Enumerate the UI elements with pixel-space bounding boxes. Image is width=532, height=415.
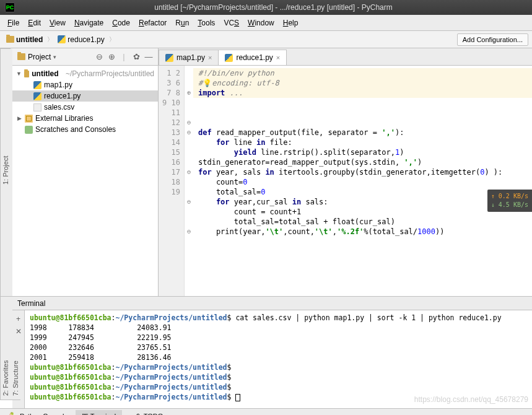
menu-navigate[interactable]: Navigate bbox=[71, 17, 107, 29]
collapse-icon[interactable]: ⊖ bbox=[95, 53, 103, 61]
bottom-tool-tabs: 🐍 Python Console ▣ Terminal ≡ 6: TODO bbox=[0, 408, 532, 415]
tab-terminal[interactable]: ▣ Terminal bbox=[76, 410, 123, 415]
bulb-icon[interactable]: 💡 bbox=[203, 79, 212, 87]
left-tool-rail: 1: Project bbox=[0, 48, 12, 296]
python-file-icon bbox=[33, 81, 41, 89]
menu-code[interactable]: Code bbox=[108, 17, 134, 29]
terminal-content[interactable]: ubuntu@81bf66501cba:~/PycharmProjects/un… bbox=[25, 310, 532, 408]
settings-icon[interactable]: ✿ bbox=[132, 53, 141, 61]
window-titlebar: PC untitled [~/PycharmProjects/untitled]… bbox=[0, 0, 532, 15]
menu-run[interactable]: Run bbox=[172, 17, 193, 29]
tree-file-reduce1[interactable]: reduce1.py bbox=[12, 90, 158, 102]
left-tool-rail-bottom: 2: Favorites 7: Structure bbox=[0, 296, 12, 400]
terminal-panel: Terminal + ✕ ubuntu@81bf66501cba:~/Pycha… bbox=[12, 296, 532, 408]
menu-tools[interactable]: Tools bbox=[194, 17, 219, 29]
folder-icon bbox=[17, 53, 25, 60]
chevron-icon: 〉 bbox=[47, 35, 53, 44]
tab-todo[interactable]: ≡ 6: TODO bbox=[123, 411, 169, 416]
menubar: File Edit View Navigate Code Refactor Ru… bbox=[0, 15, 532, 31]
window-title: untitled [~/PycharmProjects/untitled] - … bbox=[20, 3, 527, 12]
library-icon bbox=[25, 115, 33, 123]
tree-project-root[interactable]: ▼ untitled ~/PycharmProjects/untitled bbox=[12, 68, 158, 79]
terminal-body: + ✕ ubuntu@81bf66501cba:~/PycharmProject… bbox=[12, 310, 532, 408]
navigation-bar: untitled 〉 reduce1.py 〉 Add Configuratio… bbox=[0, 31, 532, 48]
python-file-icon bbox=[225, 54, 233, 62]
pycharm-icon: PC bbox=[5, 2, 15, 12]
menu-window[interactable]: Window bbox=[244, 17, 278, 29]
folder-icon bbox=[24, 71, 29, 77]
breadcrumb: untitled 〉 reduce1.py 〉 bbox=[4, 34, 115, 45]
editor-area: map1.py× reduce1.py× 1 2 3 6 7 8 9 10 11… bbox=[159, 48, 532, 296]
python-file-icon bbox=[58, 35, 66, 43]
project-panel: Project ▾ ⊖ ⊕ | ✿ — ▼ untitled ~/Pycharm… bbox=[12, 48, 159, 296]
menu-file[interactable]: File bbox=[4, 17, 23, 29]
terminal-cursor bbox=[235, 394, 240, 401]
separator: | bbox=[120, 53, 128, 61]
tab-reduce1[interactable]: reduce1.py× bbox=[218, 50, 287, 65]
rail-structure[interactable]: 7: Structure bbox=[11, 296, 20, 400]
main-area: 1: Project Project ▾ ⊖ ⊕ | ✿ — ▼ untitle… bbox=[0, 48, 532, 296]
fold-gutter: ⊕⊖⊖⊖⊖⊖ bbox=[185, 66, 193, 296]
tree-root-label: untitled bbox=[32, 69, 58, 78]
tree-scratches[interactable]: Scratches and Consoles bbox=[12, 124, 158, 135]
folder-icon bbox=[6, 36, 14, 43]
menu-vcs[interactable]: VCS bbox=[220, 17, 243, 29]
project-panel-header: Project ▾ ⊖ ⊕ | ✿ — bbox=[12, 48, 158, 66]
menu-view[interactable]: View bbox=[46, 17, 69, 29]
editor-tabs: map1.py× reduce1.py× bbox=[159, 48, 532, 66]
project-tree: ▼ untitled ~/PycharmProjects/untitled ma… bbox=[12, 66, 158, 138]
terminal-title: Terminal bbox=[17, 299, 45, 308]
code-content[interactable]: #!/bin/env python#💡encoding: utf-8import… bbox=[193, 66, 532, 296]
terminal-header: Terminal bbox=[12, 297, 532, 310]
tab-python-console[interactable]: 🐍 Python Console bbox=[2, 410, 74, 415]
add-configuration-button[interactable]: Add Configuration... bbox=[457, 33, 528, 46]
python-file-icon bbox=[33, 92, 41, 100]
python-file-icon bbox=[165, 54, 173, 62]
arrow-right-icon[interactable]: ▶ bbox=[16, 115, 22, 121]
watermark: https://blog.csdn.net/qq_45678279 bbox=[414, 395, 528, 404]
scratches-icon bbox=[25, 126, 33, 134]
chevron-icon: 〉 bbox=[109, 35, 115, 44]
hide-icon[interactable]: — bbox=[144, 53, 153, 61]
csv-file-icon bbox=[33, 103, 41, 111]
arrow-down-icon[interactable]: ▼ bbox=[16, 71, 22, 77]
locate-icon[interactable]: ⊕ bbox=[107, 53, 116, 61]
tree-root-path: ~/PycharmProjects/untitled bbox=[66, 69, 154, 78]
project-panel-title[interactable]: Project ▾ bbox=[17, 53, 56, 61]
breadcrumb-root[interactable]: untitled bbox=[4, 34, 45, 45]
tree-file-sales[interactable]: sales.csv bbox=[12, 102, 158, 113]
line-number-gutter: 1 2 3 6 7 8 9 10 11 12 13 14 15 16 17 18… bbox=[159, 66, 185, 296]
tab-map1[interactable]: map1.py× bbox=[159, 50, 219, 65]
tree-external-libraries[interactable]: ▶ External Libraries bbox=[12, 113, 158, 124]
network-badge: ↑ 0.2 KB/s ↓ 4.5 KB/s bbox=[487, 190, 532, 212]
rail-favorites[interactable]: 2: Favorites bbox=[1, 296, 11, 400]
menu-help[interactable]: Help bbox=[279, 17, 302, 29]
tree-file-map1[interactable]: map1.py bbox=[12, 79, 158, 90]
menu-refactor[interactable]: Refactor bbox=[135, 17, 170, 29]
close-icon[interactable]: × bbox=[208, 54, 212, 61]
code-editor[interactable]: 1 2 3 6 7 8 9 10 11 12 13 14 15 16 17 18… bbox=[159, 66, 532, 296]
close-icon[interactable]: × bbox=[276, 54, 280, 61]
rail-project[interactable]: 1: Project bbox=[1, 48, 11, 291]
breadcrumb-file[interactable]: reduce1.py bbox=[55, 34, 107, 45]
menu-edit[interactable]: Edit bbox=[24, 17, 45, 29]
